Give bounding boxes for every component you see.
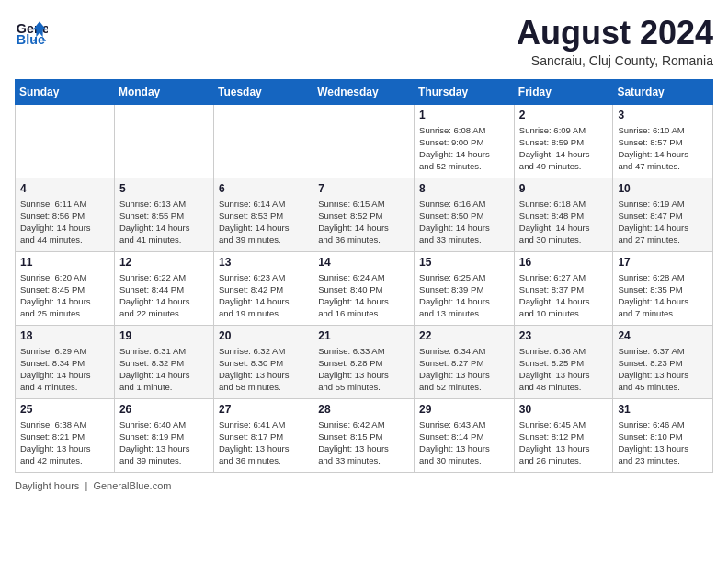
calendar-day-header: Wednesday: [313, 79, 415, 104]
day-number: 4: [20, 182, 109, 195]
day-info: Sunrise: 6:23 AM Sunset: 8:42 PM Dayligh…: [219, 271, 308, 320]
day-info: Sunrise: 6:19 AM Sunset: 8:47 PM Dayligh…: [618, 198, 708, 247]
day-number: 8: [419, 182, 509, 195]
calendar-day-cell: 6Sunrise: 6:14 AM Sunset: 8:53 PM Daylig…: [213, 178, 313, 251]
day-number: 13: [219, 256, 308, 269]
day-info: Sunrise: 6:08 AM Sunset: 9:00 PM Dayligh…: [419, 124, 509, 173]
calendar-day-header: Friday: [514, 79, 613, 104]
calendar-week-row: 1Sunrise: 6:08 AM Sunset: 9:00 PM Daylig…: [16, 104, 713, 178]
calendar-day-cell: 10Sunrise: 6:19 AM Sunset: 8:47 PM Dayli…: [613, 178, 713, 251]
calendar-day-header: Saturday: [613, 79, 713, 104]
day-number: 21: [318, 329, 409, 342]
logo: General Blue: [15, 15, 48, 48]
calendar-day-cell: 18Sunrise: 6:29 AM Sunset: 8:34 PM Dayli…: [16, 325, 115, 398]
day-number: 1: [419, 109, 509, 121]
day-info: Sunrise: 6:46 AM Sunset: 8:10 PM Dayligh…: [618, 419, 708, 467]
calendar-day-cell: 7Sunrise: 6:15 AM Sunset: 8:52 PM Daylig…: [313, 178, 415, 251]
day-number: 9: [519, 182, 609, 195]
day-info: Sunrise: 6:38 AM Sunset: 8:21 PM Dayligh…: [20, 419, 109, 467]
calendar-day-cell: [16, 104, 115, 178]
calendar-week-row: 18Sunrise: 6:29 AM Sunset: 8:34 PM Dayli…: [16, 325, 713, 398]
calendar-day-cell: 17Sunrise: 6:28 AM Sunset: 8:35 PM Dayli…: [613, 251, 713, 325]
day-info: Sunrise: 6:28 AM Sunset: 8:35 PM Dayligh…: [618, 271, 708, 320]
day-number: 6: [219, 182, 308, 195]
calendar-day-header: Sunday: [16, 79, 115, 104]
calendar-day-cell: [313, 104, 415, 178]
day-info: Sunrise: 6:18 AM Sunset: 8:48 PM Dayligh…: [519, 198, 609, 247]
day-info: Sunrise: 6:36 AM Sunset: 8:25 PM Dayligh…: [519, 345, 609, 394]
day-info: Sunrise: 6:27 AM Sunset: 8:37 PM Dayligh…: [519, 271, 609, 320]
calendar-header-row: SundayMondayTuesdayWednesdayThursdayFrid…: [16, 79, 713, 104]
day-info: Sunrise: 6:42 AM Sunset: 8:15 PM Dayligh…: [318, 419, 409, 467]
svg-text:Blue: Blue: [17, 32, 45, 47]
day-number: 28: [318, 403, 409, 416]
day-info: Sunrise: 6:11 AM Sunset: 8:56 PM Dayligh…: [20, 198, 109, 247]
calendar-day-cell: [213, 104, 313, 178]
day-number: 17: [618, 256, 708, 269]
calendar-body: 1Sunrise: 6:08 AM Sunset: 9:00 PM Daylig…: [16, 104, 713, 472]
day-info: Sunrise: 6:15 AM Sunset: 8:52 PM Dayligh…: [318, 198, 409, 247]
day-info: Sunrise: 6:33 AM Sunset: 8:28 PM Dayligh…: [318, 345, 409, 394]
day-info: Sunrise: 6:40 AM Sunset: 8:19 PM Dayligh…: [119, 419, 209, 467]
day-number: 11: [20, 256, 109, 269]
day-number: 10: [618, 182, 708, 195]
day-info: Sunrise: 6:14 AM Sunset: 8:53 PM Dayligh…: [219, 198, 308, 247]
day-info: Sunrise: 6:16 AM Sunset: 8:50 PM Dayligh…: [419, 198, 509, 247]
day-info: Sunrise: 6:20 AM Sunset: 8:45 PM Dayligh…: [20, 271, 109, 320]
calendar-day-cell: 15Sunrise: 6:25 AM Sunset: 8:39 PM Dayli…: [415, 251, 515, 325]
calendar-day-cell: 25Sunrise: 6:38 AM Sunset: 8:21 PM Dayli…: [16, 398, 115, 472]
day-number: 24: [618, 329, 708, 342]
calendar-week-row: 25Sunrise: 6:38 AM Sunset: 8:21 PM Dayli…: [16, 398, 713, 472]
calendar-day-cell: 1Sunrise: 6:08 AM Sunset: 9:00 PM Daylig…: [415, 104, 515, 178]
day-info: Sunrise: 6:37 AM Sunset: 8:23 PM Dayligh…: [618, 345, 708, 394]
location-subtitle: Sancraiu, Cluj County, Romania: [517, 53, 713, 68]
day-info: Sunrise: 6:09 AM Sunset: 8:59 PM Dayligh…: [519, 124, 609, 173]
calendar-week-row: 11Sunrise: 6:20 AM Sunset: 8:45 PM Dayli…: [16, 251, 713, 325]
day-number: 15: [419, 256, 509, 269]
calendar-day-cell: 19Sunrise: 6:31 AM Sunset: 8:32 PM Dayli…: [114, 325, 213, 398]
day-number: 31: [618, 403, 708, 416]
day-info: Sunrise: 6:25 AM Sunset: 8:39 PM Dayligh…: [419, 271, 509, 320]
day-number: 14: [318, 256, 409, 269]
day-number: 22: [419, 329, 509, 342]
day-info: Sunrise: 6:13 AM Sunset: 8:55 PM Dayligh…: [119, 198, 209, 247]
calendar-day-cell: 29Sunrise: 6:43 AM Sunset: 8:14 PM Dayli…: [415, 398, 515, 472]
calendar-day-cell: 23Sunrise: 6:36 AM Sunset: 8:25 PM Dayli…: [514, 325, 613, 398]
day-number: 7: [318, 182, 409, 195]
logo-icon: General Blue: [15, 15, 48, 48]
day-info: Sunrise: 6:34 AM Sunset: 8:27 PM Dayligh…: [419, 345, 509, 394]
calendar-day-cell: 5Sunrise: 6:13 AM Sunset: 8:55 PM Daylig…: [114, 178, 213, 251]
calendar-day-cell: 13Sunrise: 6:23 AM Sunset: 8:42 PM Dayli…: [213, 251, 313, 325]
calendar-day-cell: 24Sunrise: 6:37 AM Sunset: 8:23 PM Dayli…: [613, 325, 713, 398]
day-info: Sunrise: 6:10 AM Sunset: 8:57 PM Dayligh…: [618, 124, 708, 173]
calendar-day-cell: 9Sunrise: 6:18 AM Sunset: 8:48 PM Daylig…: [514, 178, 613, 251]
day-info: Sunrise: 6:22 AM Sunset: 8:44 PM Dayligh…: [119, 271, 209, 320]
calendar-day-cell: 11Sunrise: 6:20 AM Sunset: 8:45 PM Dayli…: [16, 251, 115, 325]
day-number: 18: [20, 329, 109, 342]
calendar-day-cell: 27Sunrise: 6:41 AM Sunset: 8:17 PM Dayli…: [213, 398, 313, 472]
page-header: General Blue August 2024 Sancraiu, Cluj …: [15, 15, 713, 68]
calendar-day-cell: 2Sunrise: 6:09 AM Sunset: 8:59 PM Daylig…: [514, 104, 613, 178]
calendar-day-header: Monday: [114, 79, 213, 104]
day-number: 30: [519, 403, 609, 416]
source-label: GeneralBlue.com: [93, 480, 171, 491]
calendar-day-header: Tuesday: [213, 79, 313, 104]
day-number: 23: [519, 329, 609, 342]
day-number: 20: [219, 329, 308, 342]
day-number: 27: [219, 403, 308, 416]
calendar-day-cell: 8Sunrise: 6:16 AM Sunset: 8:50 PM Daylig…: [415, 178, 515, 251]
day-number: 5: [119, 182, 209, 195]
day-number: 19: [119, 329, 209, 342]
day-number: 2: [519, 109, 609, 121]
day-info: Sunrise: 6:41 AM Sunset: 8:17 PM Dayligh…: [219, 419, 308, 467]
day-number: 26: [119, 403, 209, 416]
calendar-day-header: Thursday: [415, 79, 515, 104]
calendar-day-cell: 14Sunrise: 6:24 AM Sunset: 8:40 PM Dayli…: [313, 251, 415, 325]
footer: Daylight hours | GeneralBlue.com: [15, 480, 713, 491]
day-number: 3: [618, 109, 708, 121]
day-info: Sunrise: 6:24 AM Sunset: 8:40 PM Dayligh…: [318, 271, 409, 320]
day-number: 12: [119, 256, 209, 269]
day-info: Sunrise: 6:32 AM Sunset: 8:30 PM Dayligh…: [219, 345, 308, 394]
day-info: Sunrise: 6:29 AM Sunset: 8:34 PM Dayligh…: [20, 345, 109, 394]
month-title: August 2024: [517, 15, 713, 52]
